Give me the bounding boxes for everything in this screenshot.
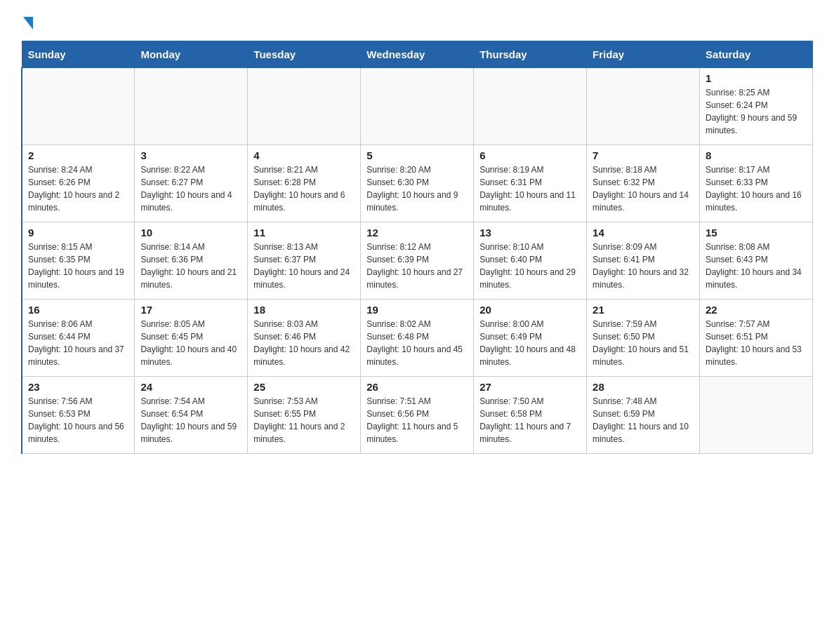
calendar-day-cell: 26Sunrise: 7:51 AMSunset: 6:56 PMDayligh…: [361, 377, 474, 454]
calendar-day-cell: 9Sunrise: 8:15 AMSunset: 6:35 PMDaylight…: [22, 222, 135, 300]
calendar-day-cell: 14Sunrise: 8:09 AMSunset: 6:41 PMDayligh…: [587, 222, 700, 300]
calendar-day-cell: 19Sunrise: 8:02 AMSunset: 6:48 PMDayligh…: [361, 300, 474, 377]
day-number: 14: [593, 227, 694, 239]
weekday-header-sunday: Sunday: [22, 41, 135, 68]
day-info: Sunrise: 7:51 AMSunset: 6:56 PMDaylight:…: [366, 395, 468, 445]
day-info: Sunrise: 8:06 AMSunset: 6:44 PMDaylight:…: [28, 318, 128, 368]
calendar-day-cell: 7Sunrise: 8:18 AMSunset: 6:32 PMDaylight…: [587, 145, 700, 222]
weekday-header-row: SundayMondayTuesdayWednesdayThursdayFrid…: [22, 41, 813, 68]
calendar-day-cell: 21Sunrise: 7:59 AMSunset: 6:50 PMDayligh…: [587, 300, 700, 377]
calendar-week-row: 23Sunrise: 7:56 AMSunset: 6:53 PMDayligh…: [22, 377, 813, 454]
day-info: Sunrise: 8:14 AMSunset: 6:36 PMDaylight:…: [140, 241, 241, 291]
day-info: Sunrise: 8:05 AMSunset: 6:45 PMDaylight:…: [140, 318, 241, 368]
day-number: 1: [706, 72, 807, 84]
calendar-day-cell: [135, 68, 248, 145]
calendar-day-cell: 23Sunrise: 7:56 AMSunset: 6:53 PMDayligh…: [22, 377, 135, 454]
calendar-day-cell: 6Sunrise: 8:19 AMSunset: 6:31 PMDaylight…: [474, 145, 587, 222]
weekday-header-wednesday: Wednesday: [361, 41, 474, 68]
calendar-day-cell: [361, 68, 474, 145]
day-info: Sunrise: 8:10 AMSunset: 6:40 PMDaylight:…: [479, 241, 581, 291]
calendar-day-cell: 16Sunrise: 8:06 AMSunset: 6:44 PMDayligh…: [22, 300, 135, 377]
day-info: Sunrise: 8:00 AMSunset: 6:49 PMDaylight:…: [479, 318, 581, 368]
calendar-day-cell: 12Sunrise: 8:12 AMSunset: 6:39 PMDayligh…: [361, 222, 474, 300]
day-info: Sunrise: 7:48 AMSunset: 6:59 PMDaylight:…: [593, 395, 694, 445]
calendar-day-cell: 18Sunrise: 8:03 AMSunset: 6:46 PMDayligh…: [248, 300, 361, 377]
day-number: 17: [140, 304, 241, 316]
calendar-day-cell: 17Sunrise: 8:05 AMSunset: 6:45 PMDayligh…: [135, 300, 248, 377]
calendar-day-cell: 4Sunrise: 8:21 AMSunset: 6:28 PMDaylight…: [248, 145, 361, 222]
day-info: Sunrise: 7:56 AMSunset: 6:53 PMDaylight:…: [28, 395, 128, 445]
day-info: Sunrise: 8:25 AMSunset: 6:24 PMDaylight:…: [706, 86, 807, 137]
calendar-table: SundayMondayTuesdayWednesdayThursdayFrid…: [21, 41, 813, 454]
day-number: 28: [593, 381, 694, 393]
day-number: 7: [593, 149, 694, 161]
day-info: Sunrise: 8:22 AMSunset: 6:27 PMDaylight:…: [140, 163, 241, 214]
day-number: 10: [140, 227, 241, 239]
day-number: 6: [479, 149, 581, 161]
day-number: 22: [706, 304, 807, 316]
calendar-day-cell: 8Sunrise: 8:17 AMSunset: 6:33 PMDaylight…: [700, 145, 813, 222]
day-number: 18: [253, 304, 355, 316]
calendar-day-cell: 5Sunrise: 8:20 AMSunset: 6:30 PMDaylight…: [361, 145, 474, 222]
day-number: 9: [28, 227, 128, 239]
day-number: 20: [479, 304, 581, 316]
day-info: Sunrise: 7:57 AMSunset: 6:51 PMDaylight:…: [706, 318, 807, 368]
calendar-header: SundayMondayTuesdayWednesdayThursdayFrid…: [22, 41, 813, 68]
calendar-day-cell: 10Sunrise: 8:14 AMSunset: 6:36 PMDayligh…: [135, 222, 248, 300]
day-number: 13: [479, 227, 581, 239]
day-info: Sunrise: 8:21 AMSunset: 6:28 PMDaylight:…: [253, 163, 355, 214]
day-number: 25: [253, 381, 355, 393]
day-number: 16: [28, 304, 128, 316]
day-info: Sunrise: 8:13 AMSunset: 6:37 PMDaylight:…: [253, 241, 355, 291]
day-number: 2: [28, 149, 128, 161]
logo-arrow-icon: [23, 17, 33, 29]
calendar-day-cell: [22, 68, 135, 145]
page-header: [21, 14, 813, 27]
day-number: 27: [479, 381, 581, 393]
day-info: Sunrise: 8:12 AMSunset: 6:39 PMDaylight:…: [366, 241, 468, 291]
weekday-header-thursday: Thursday: [474, 41, 587, 68]
day-info: Sunrise: 7:59 AMSunset: 6:50 PMDaylight:…: [593, 318, 694, 368]
calendar-day-cell: 11Sunrise: 8:13 AMSunset: 6:37 PMDayligh…: [248, 222, 361, 300]
day-number: 15: [706, 227, 807, 239]
calendar-day-cell: 27Sunrise: 7:50 AMSunset: 6:58 PMDayligh…: [474, 377, 587, 454]
day-info: Sunrise: 8:02 AMSunset: 6:48 PMDaylight:…: [366, 318, 468, 368]
day-number: 21: [593, 304, 694, 316]
day-info: Sunrise: 8:18 AMSunset: 6:32 PMDaylight:…: [593, 163, 694, 214]
calendar-day-cell: [700, 377, 813, 454]
calendar-day-cell: 1Sunrise: 8:25 AMSunset: 6:24 PMDaylight…: [700, 68, 813, 145]
day-info: Sunrise: 8:24 AMSunset: 6:26 PMDaylight:…: [28, 163, 128, 214]
calendar-day-cell: [587, 68, 700, 145]
weekday-header-tuesday: Tuesday: [248, 41, 361, 68]
day-info: Sunrise: 7:53 AMSunset: 6:55 PMDaylight:…: [253, 395, 355, 445]
calendar-day-cell: 25Sunrise: 7:53 AMSunset: 6:55 PMDayligh…: [248, 377, 361, 454]
day-number: 8: [706, 149, 807, 161]
calendar-day-cell: 22Sunrise: 7:57 AMSunset: 6:51 PMDayligh…: [700, 300, 813, 377]
day-info: Sunrise: 8:03 AMSunset: 6:46 PMDaylight:…: [253, 318, 355, 368]
day-info: Sunrise: 8:20 AMSunset: 6:30 PMDaylight:…: [366, 163, 468, 214]
calendar-day-cell: 20Sunrise: 8:00 AMSunset: 6:49 PMDayligh…: [474, 300, 587, 377]
day-number: 23: [28, 381, 128, 393]
calendar-week-row: 16Sunrise: 8:06 AMSunset: 6:44 PMDayligh…: [22, 300, 813, 377]
calendar-week-row: 2Sunrise: 8:24 AMSunset: 6:26 PMDaylight…: [22, 145, 813, 222]
day-number: 3: [140, 149, 241, 161]
logo: [21, 14, 33, 27]
calendar-day-cell: [248, 68, 361, 145]
day-info: Sunrise: 7:50 AMSunset: 6:58 PMDaylight:…: [479, 395, 581, 445]
calendar-week-row: 1Sunrise: 8:25 AMSunset: 6:24 PMDaylight…: [22, 68, 813, 145]
day-number: 12: [366, 227, 468, 239]
day-info: Sunrise: 8:08 AMSunset: 6:43 PMDaylight:…: [706, 241, 807, 291]
day-number: 4: [253, 149, 355, 161]
day-number: 11: [253, 227, 355, 239]
weekday-header-saturday: Saturday: [700, 41, 813, 68]
weekday-header-monday: Monday: [135, 41, 248, 68]
calendar-day-cell: 24Sunrise: 7:54 AMSunset: 6:54 PMDayligh…: [135, 377, 248, 454]
day-info: Sunrise: 8:15 AMSunset: 6:35 PMDaylight:…: [28, 241, 128, 291]
weekday-header-friday: Friday: [587, 41, 700, 68]
calendar-day-cell: 3Sunrise: 8:22 AMSunset: 6:27 PMDaylight…: [135, 145, 248, 222]
calendar-body: 1Sunrise: 8:25 AMSunset: 6:24 PMDaylight…: [22, 68, 813, 454]
day-number: 26: [366, 381, 468, 393]
calendar-day-cell: 13Sunrise: 8:10 AMSunset: 6:40 PMDayligh…: [474, 222, 587, 300]
day-number: 19: [366, 304, 468, 316]
calendar-week-row: 9Sunrise: 8:15 AMSunset: 6:35 PMDaylight…: [22, 222, 813, 300]
